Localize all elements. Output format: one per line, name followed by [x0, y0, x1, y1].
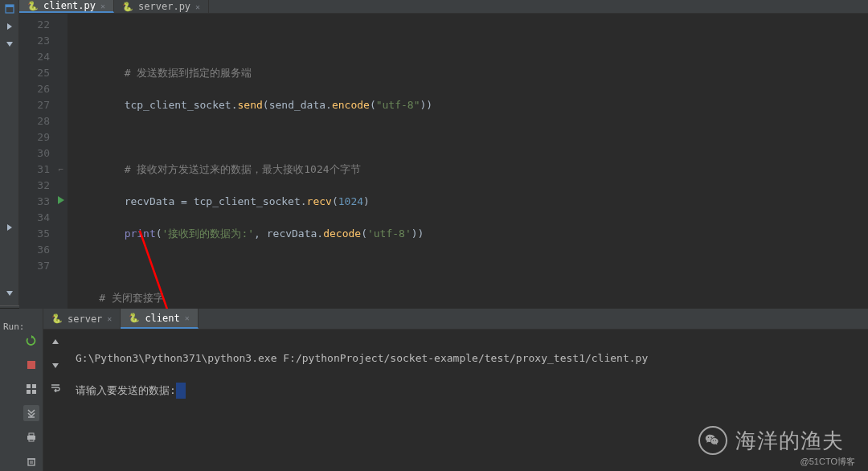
line-number: 30 [19, 145, 50, 162]
run-line-marker[interactable] [55, 194, 68, 210]
run-panel: Run: 🐍 server ✕ 🐍 client ✕ [0, 309, 868, 471]
console-line: G:\Python3\Python371\python3.exe F:/pyth… [76, 350, 860, 367]
line-number: 37 [19, 258, 50, 274]
code-text: send [238, 99, 263, 111]
code-text: ) [363, 195, 370, 207]
line-number: 34 [19, 210, 50, 226]
line-number: 31 [19, 162, 50, 178]
code-text: ( [370, 99, 376, 111]
python-icon: 🐍 [122, 2, 133, 12]
run-tab-server[interactable]: 🐍 server ✕ [43, 309, 121, 329]
svg-rect-6 [27, 384, 31, 388]
code-text: "utf-8" [376, 99, 420, 111]
tab-client-py[interactable]: 🐍 client.py ✕ [19, 0, 114, 13]
console-line: 请输入要发送的数据: [76, 384, 176, 396]
code-text: recv [307, 195, 332, 207]
code-text: ( [156, 227, 162, 240]
code-text: recvData = tcp_client_socket. [125, 195, 307, 207]
close-icon[interactable]: ✕ [185, 313, 190, 322]
tab-label: client.py [43, 0, 96, 11]
code-text: encode [332, 99, 370, 111]
line-number: 29 [19, 129, 50, 145]
line-number: 24 [19, 49, 50, 65]
code-text: )) [411, 227, 424, 240]
run-panel-label: Run: [3, 322, 25, 332]
code-text: (send_data. [263, 99, 332, 111]
tab-label: server.py [138, 1, 190, 12]
editor-area: 🐍 client.py ✕ 🐍 server.py ✕ 22 23 24 25 … [0, 0, 868, 305]
svg-rect-14 [28, 459, 35, 465]
console-output[interactable]: G:\Python3\Python371\python3.exe F:/pyth… [68, 330, 868, 471]
gutter-icon-window[interactable] [4, 3, 15, 14]
tab-label: server [68, 313, 102, 325]
code-text: 'utf-8' [367, 227, 411, 240]
expand-icon-1[interactable] [4, 21, 15, 32]
svg-rect-12 [29, 433, 34, 436]
close-icon[interactable]: ✕ [195, 2, 200, 11]
code-text: ( [332, 195, 338, 207]
line-number: 23 [19, 33, 50, 49]
code-text: , recvData. [254, 227, 323, 240]
svg-rect-8 [27, 390, 31, 394]
stop-button[interactable] [23, 357, 39, 373]
code-text: decode [323, 227, 361, 240]
expand-icon-3[interactable] [4, 222, 15, 233]
python-icon: 🐍 [51, 313, 63, 324]
svg-rect-13 [29, 439, 34, 441]
run-label-column: Run: [0, 309, 19, 471]
run-main: 🐍 server ✕ 🐍 client ✕ G:\Python3\Python3… [43, 309, 868, 471]
code-text: ( [361, 227, 367, 240]
run-tab-bar: 🐍 server ✕ 🐍 client ✕ [43, 309, 868, 330]
url-watermark: @51CTO博客 [800, 456, 855, 468]
code-text: 1024 [338, 195, 363, 207]
code-text: # 接收对方发送过来的数据，最大接收1024个字节 [125, 163, 361, 175]
layout-button[interactable] [23, 381, 39, 397]
tab-label: client [145, 313, 179, 324]
tab-server-py[interactable]: 🐍 server.py ✕ [114, 0, 209, 13]
delete-button[interactable] [23, 453, 39, 469]
up-trace-button[interactable] [47, 334, 63, 350]
line-number: 36 [19, 242, 50, 258]
line-number: 22 [19, 17, 50, 33]
line-number: 33 [19, 194, 50, 210]
line-number: 26 [19, 81, 50, 97]
code-text: tcp_client_socket. [125, 99, 238, 111]
code-text: print [125, 227, 156, 240]
input-cursor [176, 383, 186, 399]
run-toolbar [19, 309, 43, 471]
close-icon[interactable]: ✕ [107, 314, 112, 323]
line-number: 25 [19, 65, 50, 81]
svg-rect-5 [27, 361, 35, 369]
close-icon[interactable]: ✕ [100, 2, 105, 10]
svg-rect-7 [32, 384, 36, 388]
down-trace-button[interactable] [47, 357, 63, 373]
code-text: # 发送数据到指定的服务端 [125, 67, 252, 79]
scroll-to-end-button[interactable] [23, 405, 39, 421]
print-button[interactable] [23, 429, 39, 445]
run-body: G:\Python3\Python371\python3.exe F:/pyth… [43, 330, 868, 471]
python-icon: 🐍 [129, 313, 140, 323]
code-text: '接收到的数据为:' [162, 227, 254, 240]
soft-wrap-button[interactable] [47, 379, 63, 395]
line-number: 35 [19, 226, 50, 242]
project-gutter [0, 0, 19, 305]
rerun-button[interactable] [23, 333, 39, 349]
run-tab-client[interactable]: 🐍 client ✕ [121, 309, 198, 329]
editor-tab-bar: 🐍 client.py ✕ 🐍 server.py ✕ [19, 0, 868, 14]
line-number: 27 [19, 97, 50, 113]
editor-column: 🐍 client.py ✕ 🐍 server.py ✕ 22 23 24 25 … [19, 0, 868, 305]
line-number: 32 [19, 178, 50, 194]
line-number: 28 [19, 113, 50, 129]
expand-icon-4[interactable] [4, 288, 15, 299]
run-sub-toolbar [43, 330, 68, 471]
svg-rect-9 [32, 390, 36, 394]
python-icon: 🐍 [27, 1, 39, 11]
code-text: )) [420, 99, 433, 111]
svg-rect-1 [6, 5, 14, 7]
expand-icon-2[interactable] [4, 39, 15, 50]
code-text: # 关闭套接字 [99, 292, 164, 304]
